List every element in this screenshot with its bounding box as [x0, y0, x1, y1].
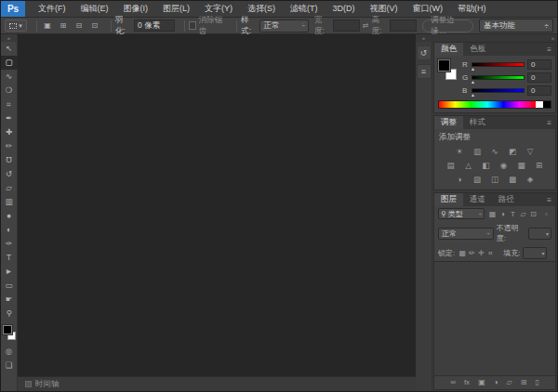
layer-list[interactable]: [434, 261, 555, 375]
tab-channels[interactable]: 通道: [463, 193, 492, 206]
color-balance-icon[interactable]: △: [461, 160, 475, 171]
workspace-select[interactable]: 基本功能 ÷: [479, 19, 553, 33]
add-to-selection-mode[interactable]: ⊞: [57, 20, 70, 32]
filter-pixel-layers-icon[interactable]: ▦: [487, 210, 498, 218]
foreground-color-swatch[interactable]: [438, 59, 450, 72]
gradient-map-icon[interactable]: ▩: [506, 174, 520, 185]
channel-mixer-icon[interactable]: ▦: [514, 160, 528, 171]
filter-toggle[interactable]: ▫: [541, 210, 551, 218]
lock-all-icon[interactable]: ¤: [485, 249, 495, 257]
link-layers-icon[interactable]: ∞: [450, 379, 456, 386]
tab-styles[interactable]: 样式: [463, 116, 492, 129]
spectrum-black[interactable]: [543, 101, 551, 108]
lasso-tool[interactable]: ∿: [1, 70, 18, 84]
blur-tool[interactable]: ●: [1, 209, 18, 223]
rectangular-marquee-tool[interactable]: ▢: [1, 56, 18, 70]
feather-input[interactable]: 0 像素: [134, 20, 175, 32]
shape-tool[interactable]: ▭: [1, 279, 18, 293]
filter-type-layers-icon[interactable]: T: [508, 210, 518, 218]
hand-tool[interactable]: ☛: [1, 293, 18, 307]
gradient-tool[interactable]: ▥: [1, 195, 18, 209]
lock-transparency-icon[interactable]: ▦: [458, 249, 467, 257]
tab-color[interactable]: 颜色: [434, 43, 463, 56]
green-value-input[interactable]: 0: [527, 72, 551, 83]
tab-swatches[interactable]: 色板: [463, 43, 492, 56]
black-white-icon[interactable]: ◧: [479, 160, 493, 171]
clone-stamp-tool[interactable]: ℧: [1, 153, 18, 167]
new-selection-mode[interactable]: ▣: [41, 20, 54, 32]
subtract-from-selection-mode[interactable]: ⊟: [73, 20, 86, 32]
timeline-tab[interactable]: 时间轴: [35, 379, 60, 390]
collapse-dock-button[interactable]: »: [432, 34, 557, 42]
width-input[interactable]: [333, 20, 360, 32]
selective-color-icon[interactable]: ◈: [524, 174, 538, 185]
lock-move-icon[interactable]: ✛: [476, 249, 485, 257]
pen-tool[interactable]: ✑: [1, 237, 18, 251]
tab-layers[interactable]: 图层: [434, 193, 463, 206]
move-tool[interactable]: ↖: [1, 42, 18, 56]
menu-item[interactable]: 编辑(E): [73, 1, 116, 17]
dodge-tool[interactable]: ◐: [1, 223, 18, 237]
new-group-icon[interactable]: ▱: [507, 379, 512, 386]
intersect-selection-mode[interactable]: ⊡: [88, 20, 101, 32]
quick-mask-button[interactable]: ◎: [1, 345, 18, 359]
panel-menu-icon[interactable]: ≡: [543, 43, 555, 56]
canvas-workspace[interactable]: [18, 34, 416, 376]
expand-dock-button[interactable]: «: [416, 34, 432, 42]
blue-value-input[interactable]: 0: [527, 85, 551, 96]
brightness-contrast-icon[interactable]: ☀: [453, 146, 467, 157]
type-tool[interactable]: T: [1, 251, 18, 265]
history-panel-icon[interactable]: ↺: [417, 46, 432, 60]
quick-selection-tool[interactable]: ❍: [1, 84, 18, 98]
tab-paths[interactable]: 路径: [492, 193, 521, 206]
color-lookup-icon[interactable]: ⊞: [532, 160, 546, 171]
zoom-tool[interactable]: ⚲: [1, 307, 18, 320]
spectrum-white[interactable]: [536, 101, 543, 108]
link-dimensions-icon[interactable]: ⇄: [363, 21, 369, 30]
spectrum-gradient[interactable]: [439, 101, 536, 108]
invert-icon[interactable]: ◑: [453, 174, 467, 185]
eyedropper-tool[interactable]: ✒: [1, 111, 18, 125]
photo-filter-icon[interactable]: ◉: [497, 160, 511, 171]
brush-tool[interactable]: ✏: [1, 139, 18, 153]
add-mask-icon[interactable]: ▣: [478, 379, 485, 386]
new-adjustment-layer-icon[interactable]: ◑: [494, 379, 498, 386]
slider-thumb-icon[interactable]: ▲: [471, 66, 475, 72]
blue-slider[interactable]: ▲: [472, 88, 525, 93]
filter-shape-layers-icon[interactable]: ▱: [518, 210, 528, 218]
levels-icon[interactable]: ▥: [471, 146, 485, 157]
delete-layer-icon[interactable]: ▯: [535, 379, 538, 386]
style-select[interactable]: 正常 ÷: [259, 20, 309, 33]
filter-kind-select[interactable]: ⚲ 类型 ÷: [438, 208, 485, 219]
layer-style-icon[interactable]: fx: [464, 379, 470, 386]
green-slider[interactable]: ▲: [472, 75, 525, 80]
panel-menu-icon[interactable]: ≡: [543, 193, 555, 206]
panel-menu-icon[interactable]: ≡: [543, 116, 555, 129]
tool-preset-button[interactable]: ▾: [5, 20, 27, 32]
tab-adjustments[interactable]: 调整: [434, 116, 463, 129]
healing-brush-tool[interactable]: ✚: [1, 125, 18, 139]
curves-icon[interactable]: ∿: [488, 146, 502, 157]
new-layer-icon[interactable]: ⊞: [521, 379, 527, 386]
path-selection-tool[interactable]: ►: [1, 265, 18, 279]
hue-saturation-icon[interactable]: ▤: [444, 160, 458, 171]
threshold-icon[interactable]: ◫: [488, 174, 502, 185]
opacity-select[interactable]: ▾: [528, 228, 551, 240]
screen-mode-button[interactable]: ❏: [1, 359, 18, 372]
fill-select[interactable]: ▾: [523, 247, 547, 259]
filter-smart-objects-icon[interactable]: ⊡: [528, 210, 538, 218]
crop-tool[interactable]: ⌗: [1, 98, 18, 111]
exposure-icon[interactable]: ◩: [506, 146, 520, 157]
red-slider[interactable]: ▲: [472, 62, 525, 67]
slider-thumb-icon[interactable]: ▲: [471, 79, 475, 85]
eraser-tool[interactable]: ▱: [1, 181, 18, 195]
posterize-icon[interactable]: ▨: [471, 174, 485, 185]
vibrance-icon[interactable]: ▽: [524, 146, 538, 157]
color-spectrum-ramp[interactable]: [438, 100, 551, 109]
red-value-input[interactable]: 0: [527, 59, 551, 70]
lock-paint-icon[interactable]: ✏: [467, 249, 476, 257]
filter-adjustment-layers-icon[interactable]: ◑: [498, 210, 508, 218]
foreground-color-swatch[interactable]: [3, 325, 12, 334]
slider-thumb-icon[interactable]: ▲: [471, 92, 475, 98]
toolbar-collapse-button[interactable]: «: [1, 34, 17, 42]
